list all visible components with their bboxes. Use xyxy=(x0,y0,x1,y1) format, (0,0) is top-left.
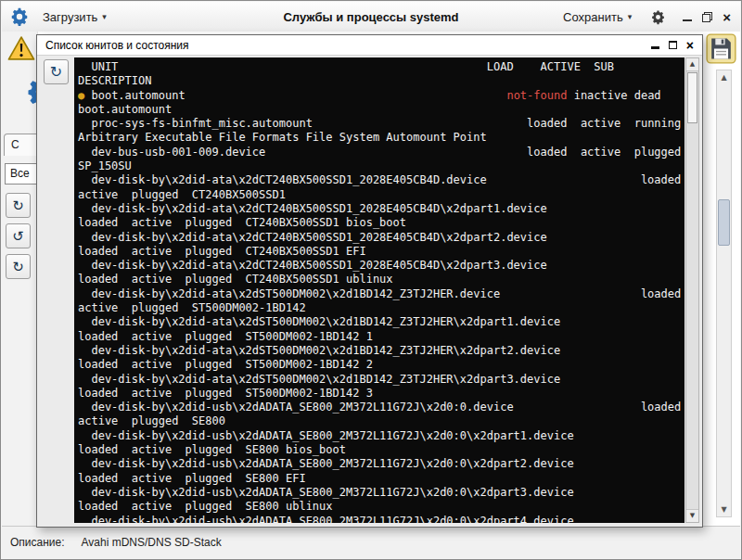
save-button[interactable]: Сохранить ▾ xyxy=(556,6,639,28)
terminal-line: dev-disk-by\x2did-ata\x2dCT240BX500SSD1_… xyxy=(78,259,684,273)
terminal-line: UNIT LOAD ACTIVE SUB xyxy=(78,60,684,74)
terminal-line: dev-disk-by\x2did-ata\x2dST500DM002\x2d1… xyxy=(78,373,684,387)
scroll-up-icon[interactable]: ▲ xyxy=(717,71,731,83)
dialog-close-button[interactable]: × xyxy=(686,41,694,50)
terminal-line: dev-disk-by\x2did-ata\x2dST500DM002\x2d1… xyxy=(78,315,684,329)
terminal-line: loaded active plugged ST500DM002-1BD142 … xyxy=(78,358,684,372)
terminal-line: loaded active plugged SE800 ublinux xyxy=(78,500,684,514)
refresh-button[interactable]: ↻ xyxy=(6,193,31,218)
toolbar-right-group: Сохранить ▾ × xyxy=(550,6,740,28)
terminal-line: DESCRIPTION xyxy=(78,74,684,88)
scroll-down-icon[interactable]: ▼ xyxy=(717,503,731,515)
save-file-icon[interactable] xyxy=(706,33,736,64)
dialog-maximize-button[interactable] xyxy=(669,41,677,49)
dialog-body: ↻ UNIT LOAD ACTIVE SUBDESCRIPTION● boot.… xyxy=(37,55,702,527)
close-button[interactable]: × xyxy=(723,12,731,22)
main-toolbar: Загрузить ▾ Службы и процессы systemd Со… xyxy=(2,2,740,32)
settings-gear-icon[interactable] xyxy=(650,9,666,25)
redo-refresh-button[interactable]: ↻ xyxy=(6,254,31,279)
terminal-line: ● boot.automount not-found inactive dead xyxy=(78,89,684,103)
load-button-label: Загрузить xyxy=(43,10,97,24)
terminal-line: loaded active plugged CT240BX500SSD1 EFI xyxy=(78,245,684,259)
terminal-line: dev-disk-by\x2did-ata\x2dCT240BX500SSD1_… xyxy=(78,231,684,245)
terminal-line: Arbitrary Executable File Formats File S… xyxy=(78,131,684,145)
terminal-line: dev-disk-by\x2did-usb\x2dADATA_SE800_2M3… xyxy=(78,486,684,500)
window-controls: × xyxy=(683,12,731,22)
window-title: Службы и процессы systemd xyxy=(283,10,458,24)
terminal-line: loaded active plugged SE800 bios_boot xyxy=(78,443,684,457)
units-dialog: Список юнитов и состояния × ↻ UNIT LOAD … xyxy=(36,34,703,528)
chevron-down-icon: ▾ xyxy=(102,12,107,21)
terminal-line: loaded active plugged CT240BX500SSD1 ubl… xyxy=(78,273,684,286)
undo-refresh-button[interactable]: ↺ xyxy=(6,223,31,248)
description-value: Avahi mDNS/DNS SD-Stack xyxy=(82,536,222,549)
terminal-line: loaded active plugged SE800 EFI xyxy=(78,472,684,486)
description-label: Описание: xyxy=(10,536,65,549)
dialog-minimize-button[interactable] xyxy=(651,41,659,49)
terminal-line: SP_150SU xyxy=(78,159,684,173)
terminal-line: active plugged CT240BX500SSD1 xyxy=(78,188,684,202)
terminal-line: boot.automount xyxy=(78,103,684,117)
chevron-down-icon: ▾ xyxy=(628,12,633,21)
terminal-line: dev-disk-by\x2did-ata\x2dCT240BX500SSD1_… xyxy=(78,173,684,187)
terminal-line: dev-disk-by\x2did-usb\x2dADATA_SE800_2M3… xyxy=(78,401,684,414)
terminal-scroll-up-icon[interactable]: ▲ xyxy=(686,58,698,71)
status-bar: Описание: Avahi mDNS/DNS SD-Stack xyxy=(2,526,740,558)
terminal-line: loaded active plugged ST500DM002-1BD142 … xyxy=(78,387,684,401)
dialog-refresh-button[interactable]: ↻ xyxy=(44,59,69,84)
terminal-line: dev-disk-by\x2did-ata\x2dST500DM002\x2d1… xyxy=(78,344,684,358)
terminal-scrollbar[interactable]: ▲ ▼ xyxy=(685,57,699,523)
save-button-label: Сохранить xyxy=(563,10,623,24)
terminal-scrollbar-thumb[interactable] xyxy=(687,72,697,123)
terminal-line: dev-disk-by\x2did-usb\x2dADATA_SE800_2M3… xyxy=(78,515,684,524)
terminal-line: dev-disk-by\x2did-usb\x2dADATA_SE800_2M3… xyxy=(78,429,684,443)
terminal-line: dev-disk-by\x2did-ata\x2dCT240BX500SSD1_… xyxy=(78,202,684,216)
terminal-line: dev-disk-by\x2did-usb\x2dADATA_SE800_2M3… xyxy=(78,457,684,471)
terminal-line: dev-bus-usb-001-009.device loaded active… xyxy=(78,146,684,159)
main-scrollbar[interactable]: ▲ ▼ xyxy=(716,70,732,517)
app-logo-gear-icon xyxy=(9,6,30,27)
terminal-line: dev-disk-by\x2did-ata\x2dST500DM002\x2d1… xyxy=(78,287,684,301)
terminal-line: active plugged ST500DM002-1BD142 xyxy=(78,301,684,315)
terminal-line: loaded active plugged ST500DM002-1BD142 … xyxy=(78,330,684,344)
app-window: Загрузить ▾ Службы и процессы systemd Со… xyxy=(0,0,742,560)
terminal-line: active plugged SE800 xyxy=(78,414,684,428)
terminal-line: loaded active plugged CT240BX500SSD1 bio… xyxy=(78,216,684,230)
restore-button[interactable] xyxy=(702,12,712,22)
dialog-window-controls: × xyxy=(651,41,702,50)
dialog-titlebar[interactable]: Список юнитов и состояния × xyxy=(37,35,702,56)
dialog-title: Список юнитов и состояния xyxy=(37,39,189,52)
load-button[interactable]: Загрузить ▾ xyxy=(35,6,114,28)
minimize-button[interactable] xyxy=(683,12,692,21)
terminal-scroll-down-icon[interactable]: ▼ xyxy=(686,509,698,522)
main-scrollbar-thumb[interactable] xyxy=(718,199,730,246)
warning-icon xyxy=(7,35,35,61)
terminal-line: proc-sys-fs-binfmt_misc.automount loaded… xyxy=(78,117,684,131)
unit-list-output: UNIT LOAD ACTIVE SUBDESCRIPTION● boot.au… xyxy=(74,57,684,523)
